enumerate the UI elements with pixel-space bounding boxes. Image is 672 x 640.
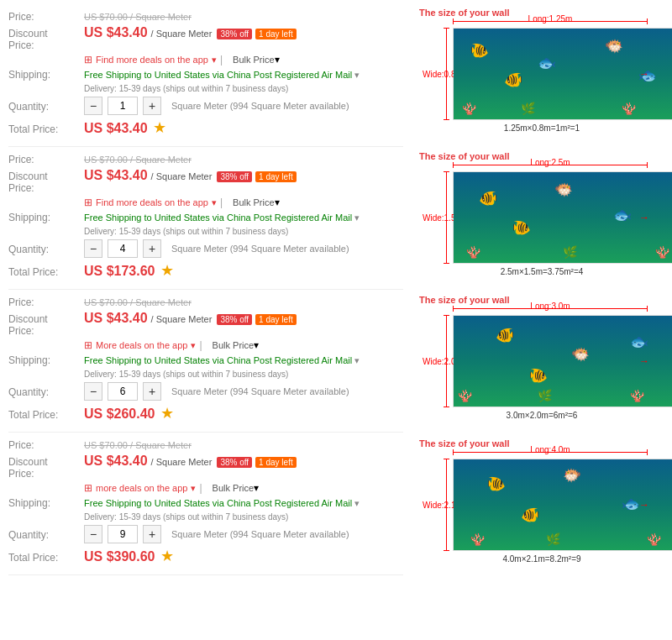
star-icon-1: ★ <box>153 118 166 137</box>
coral-12: 🪸 <box>647 532 661 546</box>
badge-day-4: 1 day left <box>255 457 297 468</box>
app-icon-4: ⊞ <box>84 482 92 494</box>
fish-9: 🐠 <box>512 218 531 237</box>
fish-1: 🐠 <box>470 41 489 60</box>
formula-2: 2.5m×1.5m=3.75m²=4 <box>419 267 664 276</box>
coral-6: 🪸 <box>655 245 669 259</box>
fish-6: 🐠 <box>479 189 497 207</box>
product-row-2: Price: US $70.00 / Square Meter Discount… <box>8 147 403 290</box>
deals-link-1[interactable]: ⊞ Find more deals on the app ▾ <box>84 54 217 66</box>
discount-label-1: DiscountPrice: <box>8 28 84 51</box>
qty-value-2: 4 <box>108 239 138 258</box>
product-row-4: Price: US $70.00 / Square Meter Discount… <box>8 433 403 575</box>
diagram-wrapper-3: Long:3.0m Wide:2.0m 🐠 🐡 🐟 🐠 🪸 🌿 🪸 → <box>453 315 648 407</box>
qty-value-4: 9 <box>108 525 138 543</box>
coral-5: 🌿 <box>563 245 577 259</box>
badge-day-3: 1 day left <box>255 314 297 325</box>
fish-7: 🐡 <box>554 181 573 199</box>
discount-price-2: US $43.40 <box>84 168 148 183</box>
shipping-dropdown-1[interactable]: ▾ <box>354 70 360 80</box>
qty-value-1: 1 <box>108 97 138 115</box>
coral-4: 🪸 <box>466 245 480 259</box>
fish-13: 🐠 <box>529 366 548 385</box>
long-label-2: Long:2.5m <box>530 158 570 167</box>
long-label-3: Long:3.0m <box>530 302 570 311</box>
qty-controls-4: − 9 + Square Meter (994 Square Meter ava… <box>84 525 349 543</box>
arrow-right-1: → <box>639 68 649 80</box>
qty-plus-1[interactable]: + <box>143 97 161 115</box>
bulk-link-4[interactable]: Bulk Price <box>213 483 255 493</box>
coral-3: 🪸 <box>622 102 636 115</box>
deals-link-4[interactable]: ⊞ more deals on the app ▾ <box>84 482 196 494</box>
per-unit-1: / Square Meter <box>151 29 213 39</box>
qty-minus-2[interactable]: − <box>84 239 102 258</box>
discount-price-3: US $43.40 <box>84 311 148 326</box>
qty-controls-2: − 4 + Square Meter (994 Square Meter ava… <box>84 239 349 258</box>
delivery-2: Delivery: 15-39 days (ships out within 7… <box>84 227 288 236</box>
fish-10: 🐠 <box>496 326 514 344</box>
badge-off-2: 38% off <box>217 171 252 182</box>
total-price-4: US $390.60 <box>84 549 155 564</box>
qty-available-1: Square Meter (994 Square Meter available… <box>171 101 349 111</box>
coral-9: 🪸 <box>630 389 644 402</box>
original-price-1: US $70.00 / Square Meter <box>84 12 192 22</box>
bulk-link-2[interactable]: Bulk Price <box>233 197 275 207</box>
formula-1: 1.25m×0.8m=1m²=1 <box>419 123 664 133</box>
fish-16: 🐟 <box>622 495 640 513</box>
bulk-link-3[interactable]: Bulk Price <box>213 340 255 350</box>
app-icon-1: ⊞ <box>84 54 92 66</box>
star-icon-4: ★ <box>160 547 174 565</box>
badge-day-2: 1 day left <box>255 171 297 182</box>
shipping-dropdown-2[interactable]: ▾ <box>354 212 360 223</box>
diagram-wrapper-1: Long:1.25m Wide:0.8m 🐠 🐟 🐡 🐠 🐟 🪸 🌿 🪸 <box>453 28 648 120</box>
shipping-dropdown-4[interactable]: ▾ <box>354 498 360 508</box>
shipping-dropdown-3[interactable]: ▾ <box>354 355 360 365</box>
original-price-2: US $70.00 / Square Meter <box>84 155 192 165</box>
wall-section-1: The size of your wall Long:1.25m Wide:0.… <box>416 4 668 136</box>
app-icon-3: ⊞ <box>84 339 92 351</box>
fish-2: 🐟 <box>538 54 556 72</box>
qty-available-2: Square Meter (994 Square Meter available… <box>171 244 349 254</box>
qty-value-3: 6 <box>108 382 138 401</box>
fish-3: 🐡 <box>605 37 623 55</box>
coral-1: 🪸 <box>462 102 476 115</box>
app-icon-2: ⊞ <box>84 197 92 208</box>
qty-minus-4[interactable]: − <box>84 525 102 543</box>
formula-4: 4.0m×2.1m=8.2m²=9 <box>419 554 664 564</box>
qty-available-3: Square Meter (994 Square Meter available… <box>171 386 349 396</box>
long-label-4: Long:4.0m <box>530 445 570 454</box>
deals-link-3[interactable]: ⊞ More deals on the app ▾ <box>84 339 196 351</box>
qty-minus-1[interactable]: − <box>84 97 102 115</box>
delivery-3: Delivery: 15-39 days (ships out within 7… <box>84 370 288 379</box>
discount-price-4: US $43.40 <box>84 454 148 469</box>
shipping-label-1: Shipping: <box>8 69 84 81</box>
arrow-right-4: → <box>639 499 649 511</box>
fish-12: 🐟 <box>630 333 648 351</box>
wall-section-4: The size of your wall Long:4.0m Wide:2.1… <box>416 435 668 567</box>
qty-plus-4[interactable]: + <box>143 525 161 543</box>
deals-link-2[interactable]: ⊞ Find more deals on the app ▾ <box>84 197 217 208</box>
qty-controls-3: − 6 + Square Meter (994 Square Meter ava… <box>84 382 349 401</box>
qty-plus-2[interactable]: + <box>143 239 161 258</box>
bulk-link-1[interactable]: Bulk Price <box>233 55 275 65</box>
fish-14: 🐠 <box>487 475 506 493</box>
total-price-1: US $43.40 <box>84 121 148 136</box>
quantity-label-1: Quantity: <box>8 101 84 113</box>
shipping-text-2: Free Shipping to United States via China… <box>84 212 360 223</box>
fish-8: 🐟 <box>613 206 632 224</box>
qty-minus-3[interactable]: − <box>84 382 102 401</box>
star-icon-3: ★ <box>160 404 174 422</box>
badge-off-1: 38% off <box>217 29 252 39</box>
fish-4: 🐠 <box>504 71 522 89</box>
qty-plus-3[interactable]: + <box>143 382 161 401</box>
diagram-wrapper-4: Long:4.0m Wide:2.1m 🐠 🐡 🐟 🐠 🪸 🌿 🪸 → <box>453 459 648 551</box>
star-icon-2: ★ <box>160 261 174 280</box>
formula-3: 3.0m×2.0m=6m²=6 <box>419 411 664 420</box>
shipping-text-4: Free Shipping to United States via China… <box>84 498 360 509</box>
coral-8: 🌿 <box>538 389 552 402</box>
total-price-2: US $173.60 <box>84 264 155 279</box>
qty-controls-1: − 1 + Square Meter (994 Square Meter ava… <box>84 97 349 115</box>
delivery-4: Delivery: 15-39 days (ships out within 7… <box>84 512 288 522</box>
delivery-1: Delivery: 15-39 days (ships out within 7… <box>84 84 288 93</box>
qty-available-4: Square Meter (994 Square Meter available… <box>171 529 349 539</box>
